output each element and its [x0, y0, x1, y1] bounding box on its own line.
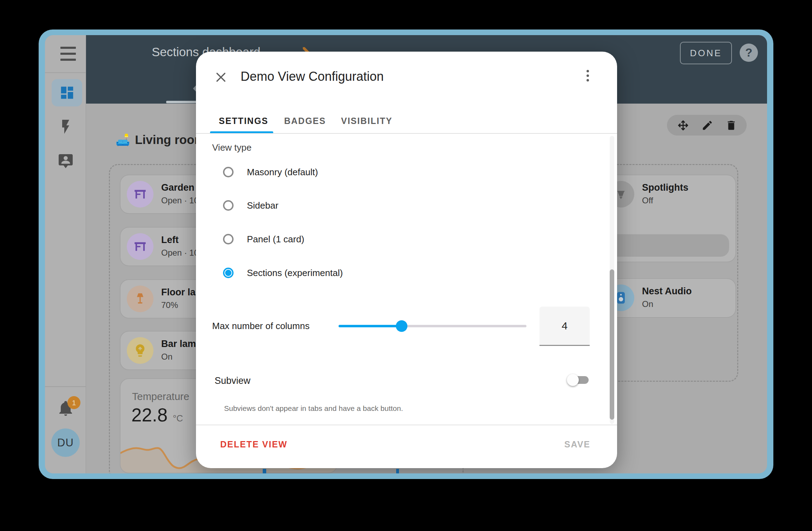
app-window: Sections dashboard DONE ? [39, 29, 773, 479]
edit-section-pencil-icon[interactable] [701, 119, 713, 131]
view-type-label: View type [212, 142, 251, 153]
awning-table-icon [133, 239, 148, 254]
temperature-value: 22.8 °C [131, 404, 183, 426]
subview-label: Subview [215, 375, 250, 386]
entity-icon-circle[interactable] [127, 181, 153, 208]
tab-settings[interactable]: SETTINGS [219, 116, 268, 126]
entity-icon-circle[interactable] [127, 337, 153, 364]
temperature-label: Temperature [132, 391, 189, 402]
radio-icon[interactable] [223, 167, 234, 177]
radio-icon[interactable] [223, 234, 234, 244]
dialog-scrollbar-thumb[interactable] [610, 269, 614, 420]
sidebar: 1 DU [45, 35, 86, 473]
entity-state: 70% [161, 300, 178, 310]
entity-icon-circle[interactable] [127, 286, 153, 312]
brightness-slider[interactable] [609, 234, 729, 257]
entity-state: Off [642, 196, 653, 205]
entity-name: Left [161, 235, 179, 245]
radio-option-masonry[interactable]: Masonry (default) [223, 165, 318, 179]
radio-option-sidebar[interactable]: Sidebar [223, 198, 279, 212]
max-columns-slider[interactable] [339, 325, 526, 327]
slider-thumb[interactable] [396, 320, 407, 332]
entity-name: Spotlights [642, 182, 688, 193]
dialog-title: Demo View Configuration [241, 69, 384, 84]
section-heading-label: Living room [135, 133, 205, 147]
entity-icon-circle[interactable] [127, 233, 153, 260]
awning-table-icon [133, 187, 148, 202]
sidebar-item-dashboard[interactable] [52, 79, 82, 106]
menu-hamburger-icon[interactable] [60, 47, 76, 61]
app-window-content: Sections dashboard DONE ? [45, 35, 767, 473]
sidebar-item-energy[interactable] [45, 118, 86, 135]
lightbulb-icon [133, 343, 148, 358]
done-button[interactable]: DONE [680, 42, 732, 64]
delete-view-button[interactable]: DELETE VIEW [220, 439, 287, 450]
sidebar-divider [45, 386, 86, 387]
delete-section-trash-icon[interactable] [725, 119, 737, 131]
entity-state: Open · 10 [161, 248, 199, 258]
view-configuration-dialog: Demo View Configuration SETTINGS BADGES … [196, 52, 617, 468]
couch-emoji-icon: 🛋️ [116, 133, 130, 147]
subview-help-text: Subviews don't appear in tabs and have a… [224, 404, 403, 413]
entity-name: Nest Audio [642, 286, 692, 297]
entity-state: On [161, 352, 172, 362]
entity-state: On [642, 299, 653, 309]
sidebar-divider [45, 72, 86, 73]
notification-badge: 1 [67, 396, 80, 409]
radio-selected-icon[interactable] [223, 268, 234, 278]
close-icon[interactable] [214, 71, 228, 84]
chart-fragment [263, 469, 266, 473]
subview-toggle[interactable] [567, 373, 590, 387]
tab-visibility[interactable]: VISIBILITY [341, 116, 392, 126]
help-icon[interactable]: ? [740, 44, 758, 62]
dialog-overflow-menu-icon[interactable] [587, 70, 589, 84]
chart-fragment [396, 469, 399, 473]
person-marker-icon [57, 153, 74, 170]
tabbar-divider [196, 133, 617, 134]
section-edit-toolbar [667, 115, 747, 136]
max-columns-value-field[interactable]: 4 [539, 307, 590, 346]
view-dashboard-icon [59, 85, 75, 101]
radio-option-panel[interactable]: Panel (1 card) [223, 232, 304, 246]
move-section-icon[interactable] [677, 119, 689, 132]
floor-lamp-icon [133, 291, 148, 306]
radio-icon[interactable] [223, 200, 234, 211]
temperature-unit: °C [173, 413, 183, 424]
sidebar-item-map[interactable] [45, 153, 86, 170]
entity-card-spotlights[interactable]: Spotlights Off [601, 175, 736, 262]
user-avatar[interactable]: DU [51, 428, 80, 457]
entity-name: Garden [161, 182, 195, 193]
radio-option-sections[interactable]: Sections (experimental) [223, 266, 343, 280]
footer-divider [196, 425, 617, 425]
slider-fill [339, 325, 402, 327]
entity-card-nest-audio[interactable]: Nest Audio On [601, 278, 736, 318]
entity-state: Open · 10 [161, 196, 199, 205]
tab-badges[interactable]: BADGES [284, 116, 326, 126]
save-button[interactable]: SAVE [564, 439, 590, 450]
lightning-bolt-icon [57, 118, 74, 135]
max-columns-label: Max number of columns [212, 321, 309, 332]
toggle-thumb[interactable] [567, 374, 579, 386]
section-heading: 🛋️ Living room [116, 133, 205, 147]
